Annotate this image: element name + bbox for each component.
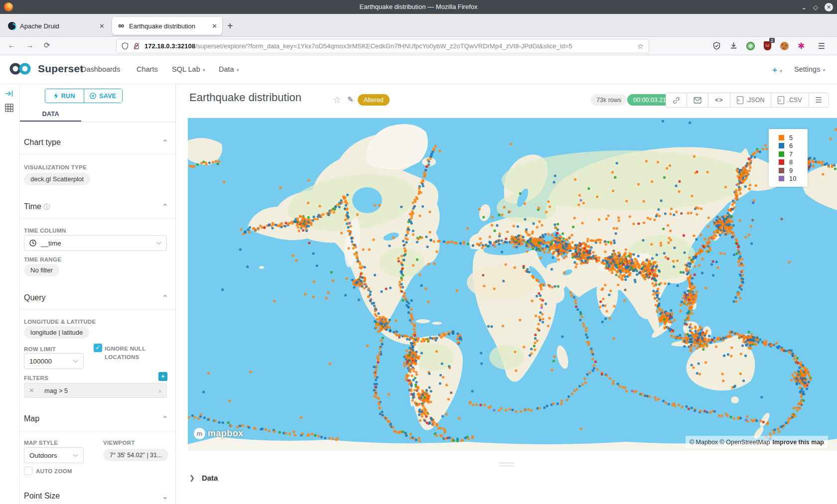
- tab-apache-druid[interactable]: Apache Druid ✕: [3, 17, 110, 35]
- embed-code-button[interactable]: <>: [708, 93, 730, 107]
- viewport-pill[interactable]: 7° 35' 54.02" | 31...: [103, 449, 168, 461]
- edit-properties-icon[interactable]: ✎: [347, 95, 354, 104]
- viz-type-label: VISUALIZATION TYPE: [24, 164, 87, 170]
- chevron-down-icon: ▾: [780, 68, 782, 74]
- time-range-pill[interactable]: No filter: [24, 264, 59, 276]
- nav-charts[interactable]: Charts: [137, 65, 158, 73]
- chevron-right-icon[interactable]: ›: [153, 387, 166, 394]
- ignore-null-label: IGNORE NULL LOCATIONS: [105, 345, 159, 362]
- viewport-label: VIEWPORT: [103, 440, 135, 446]
- reload-button[interactable]: ⟳: [44, 41, 50, 50]
- time-column-label: TIME COLUMN: [24, 228, 66, 234]
- chevron-up-icon[interactable]: ⌃: [162, 202, 168, 212]
- section-query[interactable]: Query: [24, 293, 46, 302]
- bookmark-star-icon[interactable]: ☆: [637, 42, 644, 51]
- time-range-label: TIME RANGE: [24, 256, 61, 262]
- viz-type-pill[interactable]: deck.gl Scatterplot: [24, 173, 90, 185]
- menu-hamburger-icon[interactable]: ☰: [816, 40, 827, 51]
- legend-label: 9: [789, 167, 793, 174]
- remove-filter-icon[interactable]: ✕: [24, 387, 39, 394]
- extension-cookie-icon[interactable]: [779, 40, 790, 51]
- dataset-grid-icon[interactable]: [5, 104, 13, 112]
- forward-button[interactable]: →: [26, 41, 33, 49]
- copy-link-button[interactable]: [666, 93, 687, 107]
- filter-chip[interactable]: ✕ mag > 5 ›: [24, 383, 167, 398]
- altered-badge[interactable]: Altered: [358, 94, 390, 106]
- export-csv-button[interactable]: .CSV: [771, 93, 808, 107]
- time-column-select[interactable]: __time: [24, 235, 167, 251]
- legend-label: 10: [789, 175, 796, 182]
- nav-dashboards[interactable]: Dashboards: [81, 65, 120, 73]
- window-close-button[interactable]: ✕: [825, 3, 833, 11]
- attribution-text[interactable]: © Mapbox © OpenStreetMap: [690, 439, 770, 446]
- new-chart-plus-button[interactable]: +▾: [772, 65, 782, 75]
- legend-row[interactable]: 8: [779, 158, 808, 167]
- url-bar[interactable]: 172.18.0.3:32108/superset/explore/?form_…: [116, 39, 649, 53]
- section-point-size[interactable]: Point Size: [24, 492, 60, 501]
- circle-plus-icon: [90, 93, 96, 99]
- druid-favicon: [8, 22, 16, 30]
- favorite-star-icon[interactable]: ☆: [333, 94, 341, 106]
- section-time[interactable]: Time ⓘ: [24, 202, 50, 212]
- permissions-shield-icon[interactable]: [711, 40, 722, 51]
- chevron-up-icon[interactable]: ⌃: [162, 138, 168, 147]
- section-chart-type[interactable]: Chart type: [24, 138, 61, 147]
- map-style-select[interactable]: Outdoors: [24, 447, 84, 463]
- more-options-button[interactable]: ☰: [809, 93, 829, 107]
- downloads-icon[interactable]: [728, 40, 739, 51]
- email-button[interactable]: [687, 93, 708, 107]
- run-button[interactable]: RUN: [45, 89, 84, 103]
- save-button[interactable]: SAVE: [84, 89, 123, 103]
- chevron-up-icon[interactable]: ⌃: [162, 293, 168, 303]
- legend-row[interactable]: 9: [779, 166, 808, 175]
- panel-tab-data[interactable]: DATA: [20, 106, 81, 122]
- add-filter-button[interactable]: +: [158, 372, 167, 381]
- legend-row[interactable]: 7: [779, 150, 808, 158]
- nav-sql-lab[interactable]: SQL Lab▾: [172, 65, 205, 73]
- section-map[interactable]: Map: [24, 414, 39, 423]
- settings-menu[interactable]: Settings▾: [794, 65, 825, 73]
- url-text[interactable]: 172.18.0.3:32108/superset/explore/?form_…: [144, 42, 633, 50]
- tab-label: Apache Druid: [20, 22, 95, 30]
- chevron-up-icon[interactable]: ⌃: [162, 414, 168, 424]
- legend-row[interactable]: 5: [779, 133, 808, 142]
- lonlat-pill[interactable]: longitude | latitude: [24, 326, 89, 339]
- chevron-right-icon: ❯: [189, 474, 195, 482]
- legend-row[interactable]: 10: [779, 175, 808, 183]
- legend-swatch: [779, 176, 784, 181]
- auto-zoom-checkbox[interactable]: [24, 467, 32, 475]
- nav-data[interactable]: Data▾: [219, 65, 239, 73]
- tab-earthquake-distribution[interactable]: ∞ Earthquake distribution ✕: [112, 17, 222, 35]
- window-minimize-button[interactable]: ⌄: [801, 4, 807, 10]
- info-icon: ⓘ: [43, 203, 50, 211]
- tracking-shield-icon[interactable]: [122, 42, 129, 50]
- new-tab-button[interactable]: +: [227, 21, 233, 31]
- legend-label: 8: [789, 158, 793, 166]
- extension-colorful-icon[interactable]: ✱: [796, 40, 807, 51]
- export-json-button[interactable]: .JSON: [730, 93, 771, 107]
- expand-datasource-panel-icon[interactable]: [5, 90, 14, 98]
- extension-ublock-icon[interactable]: 2: [762, 40, 773, 51]
- superset-logo[interactable]: Superset: [8, 61, 83, 76]
- map-style-label: MAP STYLE: [24, 440, 58, 446]
- deckgl-scatterplot-map[interactable]: 5678910 m mapbox © Mapbox © OpenStreetMa…: [188, 118, 837, 451]
- improve-map-link[interactable]: Improve this map: [773, 439, 825, 446]
- back-button[interactable]: ←: [8, 41, 15, 49]
- window-maximize-button[interactable]: ◇: [813, 4, 818, 10]
- extension-greasemonkey-icon[interactable]: [745, 40, 756, 51]
- legend-row[interactable]: 6: [779, 142, 808, 150]
- panel-drag-handle[interactable]: [499, 463, 514, 466]
- row-limit-select[interactable]: 100000: [24, 353, 84, 369]
- tab-close-icon[interactable]: ✕: [212, 22, 217, 30]
- chevron-down-icon: ▾: [237, 67, 239, 73]
- window-titlebar: Earthquake distribution — Mozilla Firefo…: [0, 0, 837, 14]
- tab-close-icon[interactable]: ✕: [99, 22, 105, 30]
- ignore-null-checkbox[interactable]: ✓: [94, 344, 102, 352]
- mapbox-logo[interactable]: m mapbox: [194, 428, 244, 439]
- insecure-lock-icon[interactable]: [133, 42, 140, 50]
- mapbox-circle-icon: m: [194, 428, 205, 439]
- window-title: Earthquake distribution — Mozilla Firefo…: [0, 3, 837, 10]
- chevron-down-icon[interactable]: ⌄: [162, 492, 168, 501]
- map-attribution: © Mapbox © OpenStreetMap Improve this ma…: [686, 436, 828, 448]
- data-collapse-row[interactable]: ❯ Data: [189, 474, 218, 482]
